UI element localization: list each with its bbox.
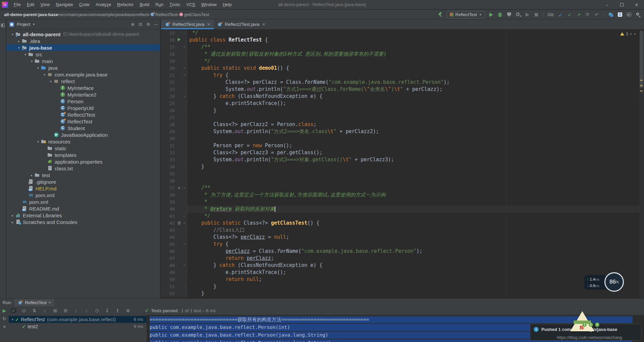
tree-item-java[interactable]: ▾java [6,64,160,71]
code-line[interactable]: 32 Class<?> perClazz3 = per.getClass(); [161,149,639,156]
atm-icon[interactable]: @ [176,220,182,227]
tree-expand-icon[interactable]: ▾ [16,46,22,50]
line-number[interactable]: 46 [161,248,176,255]
tree-item-java-base[interactable]: ▾java-base [6,44,160,51]
breadcrumb-item[interactable]: reflect [136,12,148,17]
search-everywhere-icon[interactable] [635,12,641,18]
line-number[interactable]: 44 [161,234,176,241]
fold-marker[interactable]: ⌐ [182,58,187,65]
tree-item-com.example.java.base[interactable]: ▾com.example.java.base [6,71,160,78]
chevron-down-icon[interactable]: ▼ [32,23,35,26]
menu-navigate[interactable]: Navigate [53,0,76,9]
tree-item-scratches-and-consoles[interactable]: ▸Scratches and Consoles [6,219,160,225]
rerun-failed-icon[interactable]: ↻ [3,316,6,321]
tree-item-myinterface2[interactable]: IMyInterface2 [6,91,160,98]
tree-expand-icon[interactable]: ▾ [48,79,54,83]
line-number[interactable]: 42 [161,220,176,227]
code-line[interactable]: 24⊟ } catch (ClassNotFoundException e) { [161,93,639,100]
fold-marker[interactable]: ⊟ [182,241,187,248]
test-row-test2[interactable]: ✓test26 ms [9,323,147,330]
tree-item-main[interactable]: ▾main [6,58,160,64]
line-number[interactable]: 47 [161,255,176,262]
fold-marker[interactable]: ⌐ [182,30,187,37]
next-test-icon[interactable]: ↓ [84,308,89,313]
breadcrumb-item[interactable]: java [78,12,86,17]
tab-reflecttest-java[interactable]: CReflectTest.java✕ [161,19,214,29]
breadcrumb-item[interactable]: java-base [38,12,58,17]
code-editor[interactable]: 15⌐ */16public class ReflectTest {17⊟ /*… [161,30,639,298]
code-line[interactable]: 20⊟ public static void demo01() { [161,65,639,72]
line-number[interactable]: 17 [161,44,176,51]
breadcrumb-item[interactable]: main [67,12,76,17]
code-line[interactable]: 37≡⊟ /** [161,184,639,191]
line-number[interactable]: 27 [161,114,176,121]
locate-file-icon[interactable]: ⊕ [131,22,135,27]
code-line[interactable]: 22 Class<?> perClazz = Class.forName("co… [161,79,639,86]
git-push-icon[interactable]: ↗ [576,12,582,18]
tree-expand-icon[interactable]: ▸ [29,173,35,177]
console-icon[interactable]: ▶ [626,12,632,18]
debug-button[interactable] [497,12,503,18]
git-rollback-icon[interactable]: ↶ [594,12,600,18]
breadcrumb-item[interactable]: base [125,12,135,17]
line-number[interactable]: 26 [161,107,176,114]
tree-item-all-demo-parent[interactable]: ▾all-demo-parentD:\Aworkspace\idea\all-d… [6,31,160,38]
menu-code[interactable]: Code [76,0,93,9]
code-line[interactable]: 45⊟ try { [161,241,639,248]
line-number[interactable]: 50 [161,276,176,283]
line-number[interactable]: 35 [161,170,176,177]
tree-item-external-libraries[interactable]: ▸External Libraries [6,212,160,219]
code-line[interactable]: 25 e.printStackTrace(); [161,100,639,107]
code-line[interactable]: 26⌐ } [161,107,639,114]
menu-view[interactable]: View [37,0,53,9]
close-icon[interactable]: ✕ [262,22,265,27]
code-line[interactable]: 21⊟ try { [161,72,639,79]
collapse-all-icon[interactable]: ⊟ [63,308,68,313]
code-line[interactable]: 15⌐ */ [161,30,639,37]
line-number[interactable]: 18 [161,51,176,58]
code-line[interactable]: 44 Class<?> perClazz = null; [161,234,639,241]
menu-edit[interactable]: Edit [24,0,37,9]
toggle-auto-test-icon[interactable]: ≡ [3,324,6,329]
tree-item-reflecttest[interactable]: CReflectTest [6,118,160,125]
menu-tools[interactable]: Tools [166,0,183,9]
line-number[interactable]: 40 [161,206,176,213]
show-passed-icon[interactable]: ✓ [11,308,16,313]
line-number[interactable]: 20 [161,65,176,72]
project-panel-title[interactable]: Project [17,22,30,27]
line-number[interactable]: 23 [161,86,176,93]
code-line[interactable]: 29 System.out.println("方式2===>类名.class\t… [161,128,639,135]
breadcrumb-item[interactable]: mgetClassTest [178,12,209,17]
code-line[interactable]: 33 System.out.println("方式3===>对象.getClas… [161,156,639,163]
code-line[interactable]: 40 * @return 获取到的反射对象 [161,206,639,213]
fold-marker[interactable]: ⌐ [182,163,187,170]
line-number[interactable]: 16 [161,37,176,44]
breadcrumb-item[interactable]: all-demo-parent [4,12,37,17]
code-line[interactable]: 36 [161,177,639,184]
run-config-combo[interactable]: ReflectTest ▼ [447,11,485,18]
run-tab[interactable]: C ReflectTest ✕ [14,299,54,306]
git-history-icon[interactable] [585,12,591,18]
tree-expand-icon[interactable]: ▾ [42,73,47,76]
next-error-icon[interactable]: ∨ [634,32,636,36]
code-line[interactable]: 47 return perClazz; [161,255,639,262]
line-number[interactable]: 22 [161,79,176,86]
tree-item-.gitignore[interactable]: .gitignore [6,178,160,185]
line-number[interactable]: 19 [161,58,176,65]
code-line[interactable]: 28 Class<?> perClazz2 = Person.class; [161,121,639,128]
code-line[interactable]: 16public class ReflectTest { [161,37,639,44]
profiler-button[interactable]: ▼ [515,12,521,18]
code-line[interactable]: 27 [161,114,639,121]
fold-marker[interactable]: ⊟ [182,184,187,191]
line-number[interactable]: 49 [161,269,176,276]
sort-by-duration-icon[interactable]: ↕ [42,308,48,313]
run-button[interactable] [488,12,494,18]
expand-all-icon[interactable]: ⊞ [52,308,58,313]
tree-expand-icon[interactable]: ▾ [29,59,35,63]
warning-stripe-mark[interactable] [640,80,643,81]
tree-expand-icon[interactable]: ▾ [10,318,15,321]
breadcrumb-item[interactable]: src [60,12,65,17]
hide-panel-icon[interactable]: ─ [154,22,157,27]
tree-item-.idea[interactable]: ▸.idea [6,38,160,44]
tree-item-myinterface[interactable]: IMyInterface [6,84,160,91]
